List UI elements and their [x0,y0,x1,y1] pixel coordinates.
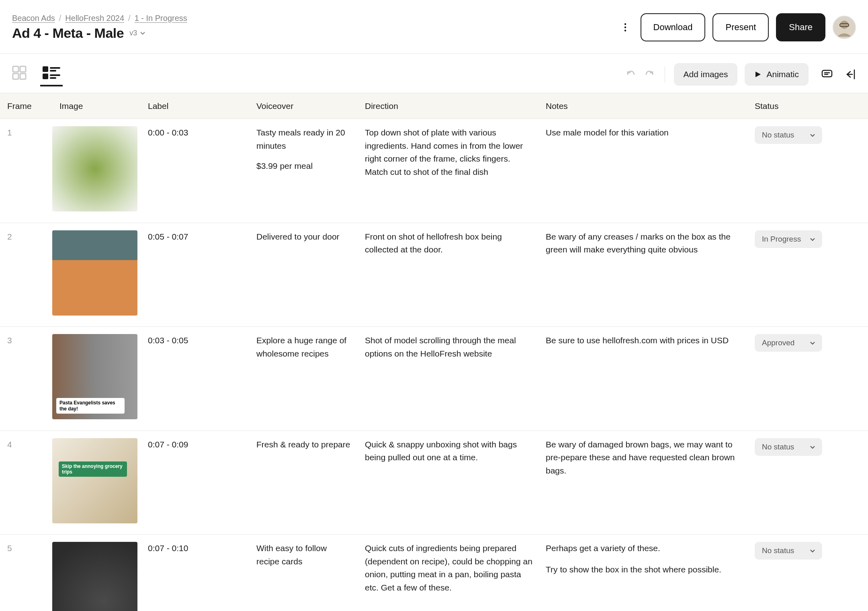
svg-point-1 [624,26,626,28]
thumbnail-caption: Skip the annoying grocery trips [59,461,127,477]
svg-point-2 [624,29,626,31]
svg-rect-11 [50,67,60,69]
frame-number: 3 [0,327,52,431]
frame-direction[interactable]: Front on shot of hellofresh box being co… [358,223,538,327]
frame-direction[interactable]: Quick & snappy unboxing shot with bags b… [358,431,538,535]
frame-direction[interactable]: Shot of model scrolling through the meal… [358,327,538,431]
col-label: Label [141,101,249,111]
version-selector[interactable]: v3 [129,29,146,37]
frame-notes[interactable]: Be wary of any creases / marks on the bo… [538,223,747,327]
add-images-label: Add images [684,70,728,79]
frame-notes[interactable]: Perhaps get a variety of these. Try to s… [538,535,747,611]
svg-rect-6 [13,66,18,72]
animatic-button[interactable]: Animatic [745,63,809,86]
frame-direction[interactable]: Top down shot of plate with various ingr… [358,119,538,223]
col-direction: Direction [358,101,538,111]
list-view-button[interactable] [40,62,63,86]
frame-voiceover[interactable]: Delivered to your door [249,223,358,327]
status-label: No status [762,441,794,453]
frame-number: 4 [0,431,52,535]
voiceover-text: Explore a huge range of wholesome recipe… [256,334,352,360]
svg-rect-12 [50,70,56,72]
frame-notes[interactable]: Be sure to use hellofresh.com with price… [538,327,747,431]
status-label: In Progress [762,233,801,245]
chevron-down-icon [809,547,816,554]
table-body: 1 0:00 - 0:03 Tasty meals ready in 20 mi… [0,119,868,611]
voiceover-text: Fresh & ready to prepare [256,438,352,451]
frame-thumbnail[interactable] [52,542,137,611]
frame-image-cell [52,535,141,611]
comments-button[interactable] [819,66,835,82]
frame-label[interactable]: 0:00 - 0:03 [141,119,249,223]
voiceover-text: Tasty meals ready in 20 minutes [256,126,352,152]
frame-thumbnail[interactable]: Pasta Evangelists saves the day! [52,334,137,419]
download-button[interactable]: Download [641,13,706,41]
notes-text: Be sure to use hellofresh.com with price… [546,334,742,347]
status-dropdown[interactable]: No status [755,438,822,456]
breadcrumb-item[interactable]: 1 - In Progress [135,14,187,23]
thumbnail-caption: Pasta Evangelists saves the day! [56,398,125,414]
grid-icon [11,65,27,81]
col-notes: Notes [538,101,747,111]
frame-voiceover[interactable]: Tasty meals ready in 20 minutes $3.99 pe… [249,119,358,223]
notes-text: Use male model for this variation [546,126,742,139]
header-left: Beacon Ads / HelloFresh 2024 / 1 - In Pr… [12,14,187,41]
page-title: Ad 4 - Meta - Male [12,25,124,41]
breadcrumb-item[interactable]: Beacon Ads [12,14,55,23]
frame-direction[interactable]: Quick cuts of ingredients being prepared… [358,535,538,611]
collapse-right-icon [844,68,856,80]
svg-rect-9 [20,74,26,79]
frame-thumbnail[interactable] [52,230,137,316]
more-vertical-icon [624,23,626,32]
grid-view-button[interactable] [10,62,29,86]
status-dropdown[interactable]: In Progress [755,230,822,248]
add-images-button[interactable]: Add images [674,63,738,86]
comment-icon [821,68,833,80]
chevron-down-icon [809,132,816,138]
svg-rect-14 [50,74,60,76]
redo-button[interactable] [641,66,657,82]
table-header: Frame Image Label Voiceover Direction No… [0,93,868,119]
chevron-down-icon [139,30,146,36]
breadcrumb: Beacon Ads / HelloFresh 2024 / 1 - In Pr… [12,14,187,23]
animatic-label: Animatic [766,70,799,79]
undo-icon [625,69,637,80]
status-dropdown[interactable]: No status [755,126,822,144]
breadcrumb-item[interactable]: HelloFresh 2024 [65,14,124,23]
storyboard-table: Frame Image Label Voiceover Direction No… [0,93,868,611]
undo-button[interactable] [623,66,639,82]
frame-label[interactable]: 0:05 - 0:07 [141,223,249,327]
svg-rect-7 [20,66,26,72]
present-button[interactable]: Present [712,13,769,41]
status-dropdown[interactable]: No status [755,542,822,560]
version-label: v3 [129,29,137,37]
collapse-panel-button[interactable] [842,66,858,82]
avatar[interactable] [833,16,856,39]
frame-status-cell: In Progress [747,223,868,327]
redo-icon [644,69,655,80]
frame-thumbnail[interactable] [52,126,137,211]
app-header: Beacon Ads / HelloFresh 2024 / 1 - In Pr… [0,0,868,54]
frame-voiceover[interactable]: Fresh & ready to prepare [249,431,358,535]
status-label: Approved [762,337,794,349]
frame-label[interactable]: 0:07 - 0:09 [141,431,249,535]
frame-thumbnail[interactable]: Skip the annoying grocery trips [52,438,137,523]
frame-notes[interactable]: Be wary of damaged brown bags, we may wa… [538,431,747,535]
frame-label[interactable]: 0:07 - 0:10 [141,535,249,611]
title-row: Ad 4 - Meta - Male v3 [12,25,187,41]
frame-voiceover[interactable]: With easy to follow recipe cards [249,535,358,611]
frame-notes[interactable]: Use male model for this variation [538,119,747,223]
svg-rect-17 [822,70,832,77]
chevron-down-icon [809,340,816,346]
table-row: 4 Skip the annoying grocery trips 0:07 -… [0,431,868,535]
toolbar-right: Add images Animatic [623,63,858,86]
play-icon [754,71,762,78]
frame-label[interactable]: 0:03 - 0:05 [141,327,249,431]
list-icon [42,65,61,81]
svg-rect-13 [43,74,48,79]
more-menu-button[interactable] [617,19,633,35]
frame-voiceover[interactable]: Explore a huge range of wholesome recipe… [249,327,358,431]
voiceover-extra: $3.99 per meal [256,160,352,173]
share-button[interactable]: Share [776,13,825,41]
status-dropdown[interactable]: Approved [755,334,822,352]
